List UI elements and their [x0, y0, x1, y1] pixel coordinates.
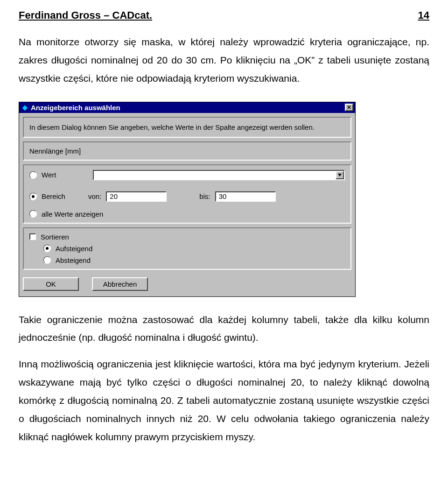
bis-input[interactable]: 30: [215, 191, 276, 202]
close-icon[interactable]: ✕: [345, 104, 353, 111]
dialog-intro-section: In diesem Dialog können Sie angeben, wel…: [23, 117, 351, 138]
radio-descending[interactable]: [43, 256, 51, 264]
radio-wert[interactable]: [29, 171, 37, 179]
von-value: 20: [110, 192, 118, 200]
page-number: 14: [418, 9, 429, 21]
column-name: Nennlänge [mm]: [29, 147, 345, 155]
page-header: Ferdinand Gross – CADcat. 14: [19, 9, 429, 22]
chevron-down-icon[interactable]: [336, 171, 344, 179]
dialog-column-section: Nennlänge [mm]: [23, 141, 351, 161]
ok-button[interactable]: OK: [23, 277, 79, 291]
app-icon: ◆: [21, 104, 28, 111]
sort-label: Sortieren: [41, 233, 69, 241]
dialog-filter-section: Wert Bereich von: 20 bis: 30: [23, 164, 351, 224]
radio-all-label: alle Werte anzeigen: [42, 210, 103, 218]
svg-marker-0: [338, 174, 342, 176]
radio-asc-label: Aufsteigend: [56, 245, 92, 253]
paragraph-1: Na monitorze otworzy się maska, w której…: [19, 33, 429, 88]
bis-label: bis:: [199, 192, 210, 200]
von-label: von:: [88, 192, 101, 200]
bis-value: 30: [219, 192, 227, 200]
dialog-sort-section: Sortieren Aufsteigend Absteigend: [23, 227, 351, 270]
radio-all-values[interactable]: [29, 210, 37, 218]
wert-combo[interactable]: [93, 170, 345, 180]
radio-bereich-label: Bereich: [42, 192, 70, 200]
sort-checkbox[interactable]: [29, 233, 36, 240]
radio-wert-label: Wert: [42, 171, 70, 179]
radio-bereich[interactable]: [29, 193, 37, 200]
radio-desc-label: Absteigend: [56, 256, 91, 264]
radio-ascending[interactable]: [43, 245, 51, 252]
dialog-intro-text: In diesem Dialog können Sie angeben, wel…: [29, 122, 345, 132]
select-range-dialog: ◆ Anzeigebereich auswählen ✕ In diesem D…: [19, 102, 356, 297]
dialog-button-row: OK Abbrechen: [19, 274, 355, 296]
dialog-titlebar: ◆ Anzeigebereich auswählen ✕: [19, 102, 355, 113]
dialog-title: Anzeigebereich auswählen: [31, 104, 345, 112]
cancel-button[interactable]: Abbrechen: [92, 277, 148, 291]
paragraph-3: Inną możliwością ograniczenia jest klikn…: [19, 355, 429, 446]
header-title: Ferdinand Gross – CADcat.: [19, 9, 152, 21]
paragraph-2: Takie ograniczenie można zastosować dla …: [19, 311, 429, 347]
wert-value: [94, 171, 336, 179]
von-input[interactable]: 20: [106, 191, 167, 202]
